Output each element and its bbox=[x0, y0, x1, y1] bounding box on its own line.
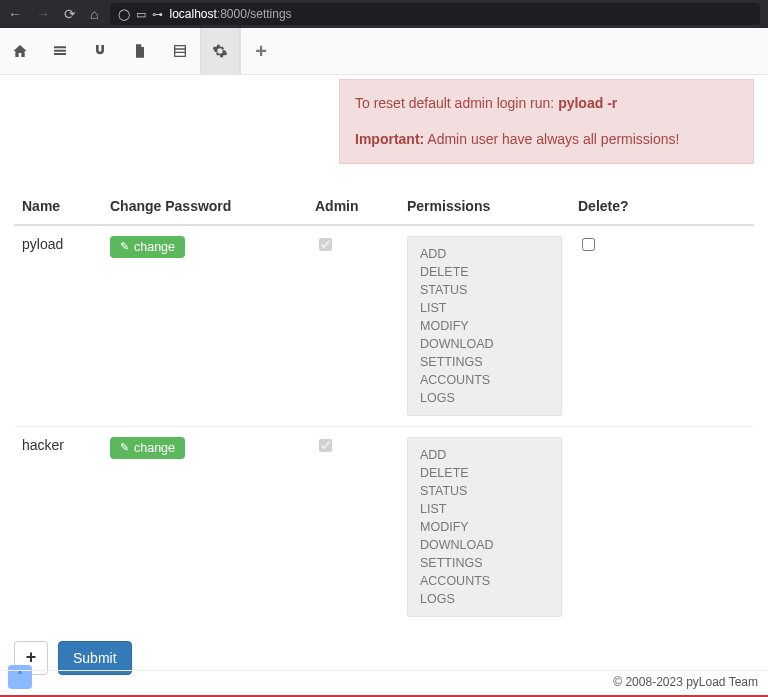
change-password-cell: ✎change bbox=[102, 225, 307, 427]
alert-important-label: Important: bbox=[355, 131, 424, 147]
user-name-cell: hacker bbox=[14, 426, 102, 627]
permission-option[interactable]: DOWNLOAD bbox=[420, 536, 549, 554]
toolbar-list-icon[interactable] bbox=[160, 28, 200, 74]
permission-option[interactable]: STATUS bbox=[420, 281, 549, 299]
nav-home-icon[interactable]: ⌂ bbox=[90, 6, 98, 22]
nav-forward-icon[interactable]: → bbox=[36, 6, 50, 22]
change-label: change bbox=[134, 441, 175, 455]
toolbar-home-icon[interactable] bbox=[0, 28, 40, 74]
delete-cell bbox=[570, 426, 754, 627]
footer-text: © 2008-2023 pyLoad Team bbox=[613, 675, 758, 689]
col-delete: Delete? bbox=[570, 190, 754, 225]
permissions-listbox[interactable]: ADDDELETESTATUSLISTMODIFYDOWNLOADSETTING… bbox=[407, 437, 562, 617]
lock-icon: ⊶ bbox=[152, 8, 163, 21]
admin-checkbox bbox=[319, 238, 332, 251]
permissions-cell: ADDDELETESTATUSLISTMODIFYDOWNLOADSETTING… bbox=[399, 225, 570, 427]
page-icon: ▭ bbox=[136, 8, 146, 21]
browser-chrome: ← → ⟳ ⌂ ◯ ▭ ⊶ localhost:8000/settings bbox=[0, 0, 768, 28]
admin-cell bbox=[307, 426, 399, 627]
toolbar-file-icon[interactable] bbox=[120, 28, 160, 74]
alert-line1-text: To reset default admin login run: bbox=[355, 95, 558, 111]
permission-option[interactable]: LIST bbox=[420, 500, 549, 518]
permission-option[interactable]: DELETE bbox=[420, 263, 549, 281]
admin-checkbox bbox=[319, 439, 332, 452]
footer: © 2008-2023 pyLoad Team bbox=[0, 670, 768, 697]
shield-icon: ◯ bbox=[118, 8, 130, 21]
admin-cell bbox=[307, 225, 399, 427]
permissions-cell: ADDDELETESTATUSLISTMODIFYDOWNLOADSETTING… bbox=[399, 426, 570, 627]
permission-option[interactable]: LOGS bbox=[420, 590, 549, 608]
col-change-password: Change Password bbox=[102, 190, 307, 225]
toolbar-add-icon[interactable]: + bbox=[241, 28, 281, 74]
permission-option[interactable]: DOWNLOAD bbox=[420, 335, 549, 353]
delete-checkbox[interactable] bbox=[582, 238, 595, 251]
toolbar-magnet-icon[interactable] bbox=[80, 28, 120, 74]
nav-back-icon[interactable]: ← bbox=[8, 6, 22, 22]
address-bar[interactable]: ◯ ▭ ⊶ localhost:8000/settings bbox=[110, 3, 760, 25]
permission-option[interactable]: STATUS bbox=[420, 482, 549, 500]
table-row: pyload✎changeADDDELETESTATUSLISTMODIFYDO… bbox=[14, 225, 754, 427]
permission-option[interactable]: ACCOUNTS bbox=[420, 371, 549, 389]
col-admin: Admin bbox=[307, 190, 399, 225]
table-row: hacker✎changeADDDELETESTATUSLISTMODIFYDO… bbox=[14, 426, 754, 627]
permission-option[interactable]: ADD bbox=[420, 245, 549, 263]
permission-option[interactable]: SETTINGS bbox=[420, 554, 549, 572]
pencil-icon: ✎ bbox=[120, 441, 129, 454]
alert-box: To reset default admin login run: pyload… bbox=[339, 79, 754, 164]
alert-line2-text: Admin user have always all permissions! bbox=[424, 131, 679, 147]
toolbar-settings-icon[interactable] bbox=[200, 28, 240, 74]
permission-option[interactable]: MODIFY bbox=[420, 518, 549, 536]
permissions-listbox[interactable]: ADDDELETESTATUSLISTMODIFYDOWNLOADSETTING… bbox=[407, 236, 562, 416]
permission-option[interactable]: SETTINGS bbox=[420, 353, 549, 371]
col-permissions: Permissions bbox=[399, 190, 570, 225]
toolbar-queue-icon[interactable] bbox=[40, 28, 80, 74]
alert-line1-cmd: pyload -r bbox=[558, 95, 617, 111]
change-password-cell: ✎change bbox=[102, 426, 307, 627]
col-name: Name bbox=[14, 190, 102, 225]
app-toolbar: + bbox=[0, 28, 768, 75]
permission-option[interactable]: MODIFY bbox=[420, 317, 549, 335]
change-password-button[interactable]: ✎change bbox=[110, 437, 185, 459]
permission-option[interactable]: DELETE bbox=[420, 464, 549, 482]
change-password-button[interactable]: ✎change bbox=[110, 236, 185, 258]
change-label: change bbox=[134, 240, 175, 254]
nav-reload-icon[interactable]: ⟳ bbox=[64, 6, 76, 22]
url-text: localhost:8000/settings bbox=[169, 7, 291, 21]
user-name-cell: pyload bbox=[14, 225, 102, 427]
pencil-icon: ✎ bbox=[120, 240, 129, 253]
permission-option[interactable]: LOGS bbox=[420, 389, 549, 407]
users-table: Name Change Password Admin Permissions D… bbox=[14, 190, 754, 627]
permission-option[interactable]: ADD bbox=[420, 446, 549, 464]
delete-cell bbox=[570, 225, 754, 427]
permission-option[interactable]: ACCOUNTS bbox=[420, 572, 549, 590]
permission-option[interactable]: LIST bbox=[420, 299, 549, 317]
